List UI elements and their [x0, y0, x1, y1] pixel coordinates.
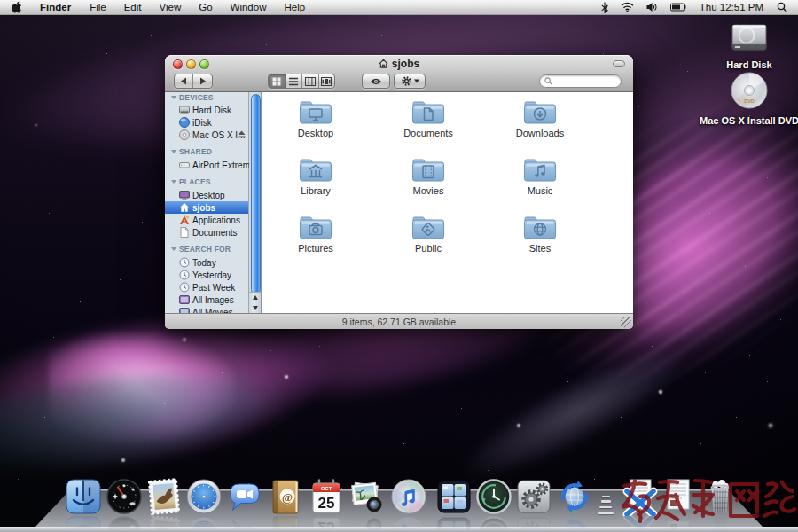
dock-address-book[interactable]: @ — [266, 477, 305, 516]
sidebar-item-yesterday[interactable]: Yesterday — [165, 269, 248, 281]
resize-grip[interactable] — [621, 317, 631, 327]
dock-ical[interactable]: OCT 25 — [307, 477, 346, 516]
eject-icon[interactable] — [238, 130, 246, 140]
document-icon — [179, 227, 190, 238]
menu-edit[interactable]: Edit — [115, 0, 151, 14]
idisk-icon — [179, 117, 190, 128]
dashboard-icon — [105, 477, 144, 516]
apple-menu[interactable] — [0, 0, 30, 14]
sidebar-section-devices[interactable]: DEVICES — [171, 92, 214, 103]
dock-finder[interactable] — [64, 477, 103, 516]
folder-icon — [411, 213, 446, 241]
toolbar — [165, 72, 633, 92]
dock-ichat[interactable] — [225, 477, 264, 516]
sidebar-item-all-images[interactable]: All Images — [165, 293, 248, 306]
dock-mail[interactable] — [145, 477, 184, 516]
dock-divider — [598, 491, 614, 516]
finder-icon — [64, 477, 103, 516]
column-view-button[interactable] — [301, 74, 318, 88]
folder-library[interactable]: Library — [273, 155, 358, 196]
dock-iphoto[interactable] — [347, 477, 386, 516]
status-bar: 9 items, 62.71 GB available — [165, 313, 633, 329]
menu-view[interactable]: View — [151, 0, 191, 14]
hard-disk-icon — [179, 105, 190, 115]
chevron-down-icon — [414, 79, 419, 83]
folder-movies[interactable]: Movies — [386, 155, 471, 196]
menu-clock[interactable]: Thu 12:51 PM — [692, 2, 771, 12]
menu-window[interactable]: Window — [222, 0, 276, 14]
view-switcher — [268, 74, 335, 89]
folder-documents[interactable]: Documents — [386, 98, 471, 138]
spotlight-search-icon[interactable] — [771, 0, 798, 14]
disclosure-triangle-icon — [171, 96, 176, 99]
iphoto-icon — [347, 477, 386, 516]
sidebar-item-past-week[interactable]: Past Week — [165, 281, 248, 293]
dock-dashboard[interactable] — [105, 477, 144, 516]
action-button[interactable] — [394, 74, 426, 89]
sidebar-section-shared[interactable]: SHARED — [171, 146, 212, 157]
folder-downloads[interactable]: Downloads — [497, 98, 583, 138]
back-button[interactable] — [175, 74, 193, 88]
quick-look-button[interactable] — [362, 74, 390, 89]
ical-icon: OCT 25 — [307, 477, 346, 516]
sidebar-scrollbar[interactable] — [249, 92, 262, 313]
menu-go[interactable]: Go — [190, 0, 221, 14]
desktop-icon-install-dvd[interactable]: DVD Mac OS X Install DVD — [678, 71, 798, 126]
watermark: 网络 — [619, 473, 796, 532]
dock-itunes[interactable] — [389, 477, 428, 516]
dock-sync[interactable] — [555, 477, 594, 516]
desktop-icon-hard-disk[interactable]: Hard Disk — [678, 22, 798, 70]
forward-button[interactable] — [193, 74, 212, 88]
title-bar[interactable]: sjobs — [165, 55, 633, 72]
sidebar-item-documents[interactable]: Documents — [165, 226, 248, 239]
folder-sites[interactable]: Sites — [497, 213, 583, 254]
sidebar-item-today[interactable]: Today — [165, 256, 248, 269]
clock-icon — [179, 270, 190, 280]
sidebar-item-airport-extreme[interactable]: AirPort Extreme — [165, 159, 248, 171]
sidebar-section-places[interactable]: PLACES — [171, 176, 211, 187]
sidebar-item-hard-disk[interactable]: Hard Disk — [165, 104, 248, 116]
sidebar-item-macosx-install[interactable]: Mac OS X I... — [165, 129, 248, 141]
dock-safari[interactable] — [184, 477, 223, 516]
sidebar-section-search-for[interactable]: SEARCH FOR — [171, 244, 231, 254]
dock-system-preferences[interactable] — [514, 477, 553, 516]
menu-finder[interactable]: Finder — [30, 0, 81, 14]
folder-contents: Desktop Documents Downloads Library Movi… — [262, 92, 633, 313]
wifi-icon[interactable] — [614, 0, 640, 14]
volume-icon[interactable] — [640, 0, 664, 14]
bluetooth-icon[interactable] — [595, 0, 614, 14]
sidebar-item-sjobs[interactable]: sjobs — [165, 201, 248, 214]
eye-icon — [370, 77, 382, 86]
system-preferences-icon — [514, 477, 553, 516]
itunes-icon — [389, 477, 428, 516]
sidebar-item-desktop[interactable]: Desktop — [165, 189, 248, 201]
battery-icon[interactable] — [664, 0, 692, 14]
icon-view-button[interactable] — [269, 74, 286, 88]
toolbar-toggle-button[interactable] — [613, 60, 625, 67]
folder-pictures[interactable]: Pictures — [273, 213, 358, 254]
window-title: sjobs — [165, 55, 633, 72]
menu-help[interactable]: Help — [275, 0, 314, 14]
folder-icon — [522, 98, 558, 126]
folder-music[interactable]: Music — [497, 155, 583, 196]
menu-bar: Finder File Edit View Go Window Help Thu… — [0, 0, 798, 15]
home-icon — [379, 59, 388, 68]
spaces-icon — [434, 477, 473, 516]
dock-spaces[interactable] — [434, 477, 473, 516]
folder-icon — [522, 213, 558, 241]
sidebar-item-applications[interactable]: Applications — [165, 214, 248, 226]
menu-file[interactable]: File — [81, 0, 115, 14]
folder-desktop[interactable]: Desktop — [273, 98, 358, 138]
scrollbar-thumb[interactable] — [251, 94, 261, 294]
svg-text:OCT: OCT — [321, 486, 332, 491]
search-input[interactable] — [539, 74, 622, 88]
sidebar-item-idisk[interactable]: iDisk — [165, 116, 248, 129]
dock-time-machine[interactable] — [474, 477, 513, 516]
folder-public[interactable]: Public — [386, 213, 471, 254]
scroll-down-button[interactable] — [249, 302, 261, 313]
list-view-button[interactable] — [286, 74, 302, 88]
images-icon — [179, 294, 190, 305]
coverflow-view-button[interactable] — [318, 74, 335, 88]
finder-window: sjobs — [165, 55, 633, 329]
mail-icon — [145, 477, 184, 516]
